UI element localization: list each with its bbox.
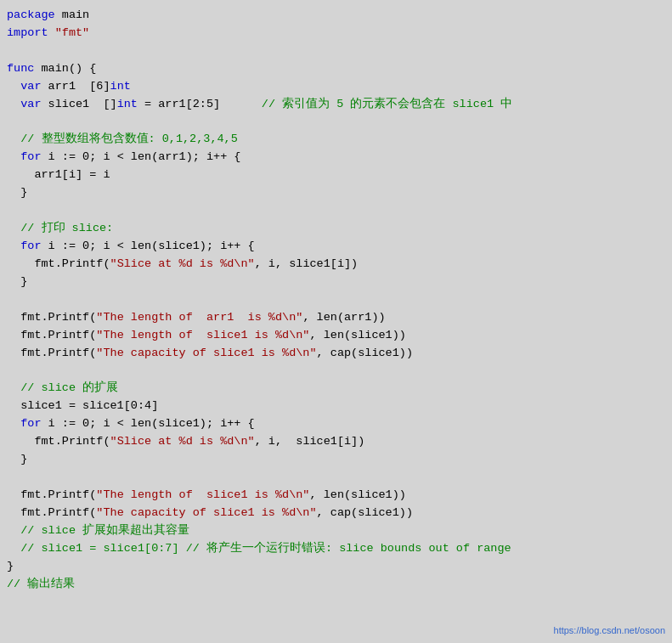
code-line: fmt.Printf("The length of arr1 is %d\n",…	[7, 309, 662, 327]
code-line: arr1[i] = i	[7, 166, 662, 184]
code-block: package mainimport "fmt" func main() { v…	[7, 7, 662, 593]
code-line: for i := 0; i < len(slice1); i++ {	[7, 238, 662, 256]
code-line: fmt.Printf("The capacity of slice1 is %d…	[7, 505, 662, 522]
code-line: fmt.Printf("Slice at %d is %d\n", i, sli…	[7, 433, 662, 451]
code-line	[7, 202, 662, 220]
code-line: }	[7, 274, 662, 291]
code-line: // slice1 = slice1[0:7] // 将产生一个运行时错误: s…	[7, 540, 662, 558]
code-line: // 打印 slice:	[7, 220, 662, 238]
code-line: // 整型数组将包含数值: 0,1,2,3,4,5	[7, 131, 662, 149]
code-line: for i := 0; i < len(arr1); i++ {	[7, 149, 662, 166]
code-line: fmt.Printf("The length of slice1 is %d\n…	[7, 487, 662, 505]
code-line: fmt.Printf("The length of slice1 is %d\n…	[7, 327, 662, 345]
code-line: }	[7, 451, 662, 469]
code-line: package main	[7, 7, 662, 25]
code-line: // slice 的扩展	[7, 380, 662, 398]
code-line: var arr1 [6]int	[7, 78, 662, 96]
code-line	[7, 469, 662, 487]
code-line: // slice 扩展如果超出其容量	[7, 522, 662, 540]
code-container: package mainimport "fmt" func main() { v…	[0, 0, 672, 643]
code-line: fmt.Printf("Slice at %d is %d\n", i, sli…	[7, 256, 662, 274]
code-line: // 输出结果	[7, 576, 662, 594]
code-line: import "fmt"	[7, 25, 662, 42]
code-line	[7, 291, 662, 309]
code-line: fmt.Printf("The capacity of slice1 is %d…	[7, 345, 662, 363]
code-line: slice1 = slice1[0:4]	[7, 398, 662, 415]
code-line	[7, 114, 662, 132]
code-line: for i := 0; i < len(slice1); i++ {	[7, 415, 662, 433]
code-line: }	[7, 184, 662, 202]
watermark: https://blog.csdn.net/osoon	[554, 623, 665, 638]
code-line	[7, 362, 662, 380]
code-line	[7, 42, 662, 60]
code-line: func main() {	[7, 60, 662, 78]
code-line: }	[7, 558, 662, 576]
code-line: var slice1 []int = arr1[2:5] // 索引值为 5 的…	[7, 96, 662, 114]
